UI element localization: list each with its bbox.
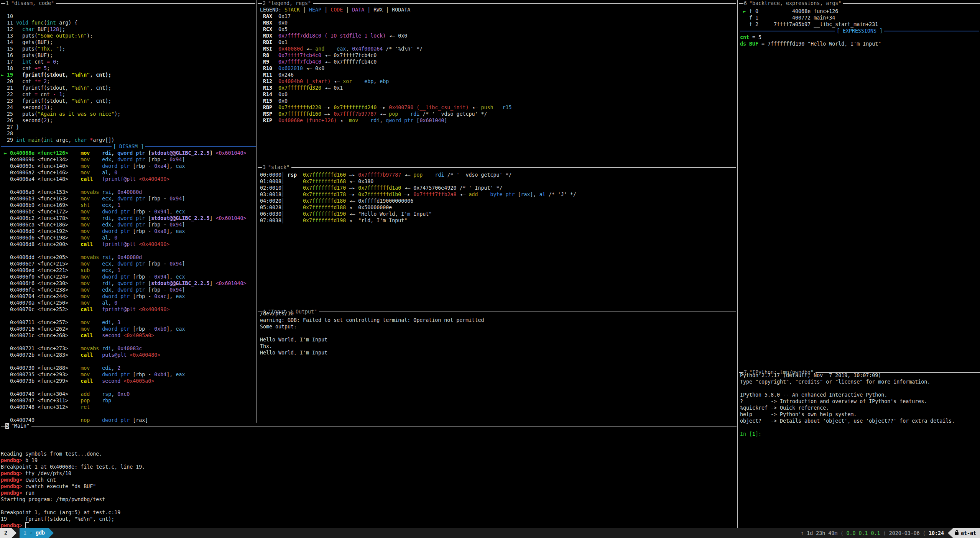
pane-title: "disasm, code" bbox=[11, 0, 54, 6]
text-segment: R14 bbox=[260, 92, 278, 97]
text-segment: 19 fprintf(stdout, "%d\n", cnt); bbox=[1, 516, 114, 522]
text-segment: RBX bbox=[260, 20, 278, 26]
text-segment bbox=[493, 105, 502, 110]
text-segment: ], bbox=[166, 163, 176, 169]
text-segment: 17 bbox=[1, 59, 22, 65]
text-segment: rdi bbox=[102, 215, 111, 221]
text-segment: = 7fffffffd190 "Hello World, I'm Input" bbox=[758, 41, 881, 47]
text-segment: 22 cnt bbox=[1, 92, 35, 97]
terminal-line: RIP 0x40068e (func+126) ◂— mov rdi, qwor… bbox=[260, 117, 737, 124]
text-segment: qword ptr bbox=[386, 118, 416, 123]
angle-separator-icon: ⟨ bbox=[841, 530, 843, 536]
text-segment: RIP bbox=[260, 118, 278, 123]
text-segment: 0x7fffffffd1b0 bbox=[358, 192, 401, 197]
text-segment: RWX bbox=[373, 7, 383, 13]
pane-ipython[interactable]: Python 2.7.17 (default, Nov 7 2019, 10:0… bbox=[740, 372, 979, 527]
text-segment: /* '%d\n' */ bbox=[383, 46, 423, 52]
text-segment: dword ptr bbox=[102, 163, 133, 169]
terminal-line: 0x40070a <func+250> mov al, 0 bbox=[1, 300, 256, 306]
text-segment: int bbox=[47, 20, 56, 26]
pane-disasm-code[interactable]: 10 11 void func(int arg) { 12 char BUF[1… bbox=[1, 7, 256, 423]
terminal-line: 0x4006a9 <func+153> movabs rsi, 0x40080d bbox=[1, 189, 256, 195]
terminal-line: In [1]: bbox=[740, 431, 979, 437]
text-segment: ecx bbox=[102, 267, 111, 273]
session-badge[interactable]: 2 bbox=[0, 528, 12, 538]
text-segment: ], bbox=[166, 326, 176, 332]
pane-divider-vertical-left[interactable] bbox=[257, 0, 257, 423]
text-segment bbox=[99, 254, 102, 260]
terminal-line: RDI 0x1 bbox=[260, 39, 737, 46]
border-line bbox=[739, 3, 743, 4]
text-segment: rdi bbox=[435, 172, 444, 178]
text-segment: 0x40080d bbox=[117, 189, 142, 195]
text-segment: movabs bbox=[81, 254, 99, 260]
terminal-line: 01:0008│ 0x7fffffffd168 ◂— 0x380 bbox=[260, 178, 737, 185]
terminal-line bbox=[1, 7, 256, 13]
uptime-arrow-icon: ↑ bbox=[801, 530, 804, 536]
text-segment bbox=[90, 261, 102, 267]
text-segment: pop bbox=[413, 172, 423, 178]
text-segment bbox=[478, 192, 490, 197]
text-segment: 0x4006e7 <func+215> bbox=[1, 261, 81, 267]
text-segment: ecx bbox=[176, 209, 185, 215]
text-segment: , bbox=[111, 196, 117, 202]
text-segment: , bbox=[111, 189, 117, 195]
text-segment: 13 puts( bbox=[1, 33, 38, 39]
text-segment: [rbp - bbox=[148, 157, 169, 162]
text-segment: 0xc0 bbox=[117, 391, 130, 397]
text-segment: push bbox=[481, 105, 493, 110]
text-segment: 0x4006b3 <func+163> bbox=[1, 196, 81, 202]
text-segment: = bbox=[35, 92, 38, 97]
terminal-line: 00:0000│ rsp 0x7fffffffd160 —▸ 0x7ffff7b… bbox=[260, 172, 737, 178]
pane-stack[interactable]: 00:0000│ rsp 0x7fffffffd160 —▸ 0x7ffff7b… bbox=[260, 172, 737, 308]
text-segment: stdout@@GLIBC_2.2.5 bbox=[151, 280, 209, 286]
text-segment bbox=[99, 346, 102, 351]
text-segment: mov bbox=[81, 261, 90, 267]
pane-backtrace-expressions[interactable]: ► f 0 40068e func+126 f 1 400772 main+34… bbox=[740, 8, 979, 368]
text-segment: │ bbox=[281, 185, 284, 191]
pane-title: "backtrace, expressions, args" bbox=[749, 0, 841, 6]
text-segment: 29 bbox=[1, 137, 16, 143]
text-segment: 0x7fffffffd190 bbox=[303, 211, 346, 217]
terminal-line bbox=[1, 248, 256, 254]
terminal-line: Reading symbols from test...done. bbox=[1, 451, 736, 457]
terminal-line bbox=[1, 384, 256, 391]
text-segment: %quickref -> Quick reference. bbox=[740, 405, 829, 411]
terminal-line: 0x4006ca <func+186> mov edx, dword ptr [… bbox=[1, 221, 256, 228]
text-segment: *= bbox=[35, 79, 41, 84]
pane-input-output[interactable]: /dev/pts/10warning: GDB: Failed to set c… bbox=[260, 310, 737, 422]
text-segment bbox=[93, 378, 102, 384]
text-segment: char bbox=[74, 137, 87, 143]
text-segment: ] bbox=[182, 222, 185, 228]
window-tab-gdb[interactable]: 1 › gdb bbox=[20, 528, 49, 538]
text-segment: [rbp - bbox=[148, 287, 169, 293]
pane-main-gdb-console[interactable]: Reading symbols from test...done.pwndbg>… bbox=[1, 451, 736, 528]
text-segment: mov bbox=[81, 215, 90, 221]
text-segment: 0x400730 <func+288> bbox=[1, 365, 81, 371]
text-segment: 0x400749 bbox=[1, 417, 81, 423]
text-segment bbox=[90, 300, 102, 306]
text-segment: R15 bbox=[260, 98, 278, 104]
terminal-line: Some output: bbox=[260, 323, 737, 330]
text-segment: RCX bbox=[260, 26, 278, 32]
pane-legend-regs[interactable]: LEGEND: STACK | HEAP | CODE | DATA | RWX… bbox=[260, 7, 737, 164]
pane-divider-vertical-right[interactable] bbox=[737, 0, 738, 528]
text-segment bbox=[90, 365, 102, 371]
text-segment: ] bbox=[182, 196, 185, 202]
text-segment: cwatch execute "ds BUF" bbox=[25, 484, 96, 489]
text-segment: , bbox=[111, 320, 117, 325]
text-segment: —▸ bbox=[377, 105, 389, 110]
status-left: 2 1 › gdb bbox=[0, 528, 54, 538]
text-segment: sub bbox=[81, 267, 90, 273]
terminal-line: 22 cnt = cnt - 1; bbox=[1, 91, 256, 98]
text-segment: Python 2.7.17 (default, Nov 7 2019, 10:0… bbox=[740, 372, 881, 378]
text-segment bbox=[746, 41, 749, 47]
terminal-line: 05:0028│ 0x7fffffffd188 ◂— 0x50000000e bbox=[260, 204, 737, 211]
text-segment: ◂— 0x0 bbox=[386, 33, 407, 39]
text-segment: 0x400780 (__libc_csu_init) bbox=[389, 105, 469, 110]
text-segment: call bbox=[81, 176, 93, 182]
terminal-line: 18 cnt += 5; bbox=[1, 65, 256, 72]
text-segment: , bbox=[111, 287, 117, 293]
border-line bbox=[1, 426, 5, 426]
text-segment: ], bbox=[166, 209, 176, 215]
